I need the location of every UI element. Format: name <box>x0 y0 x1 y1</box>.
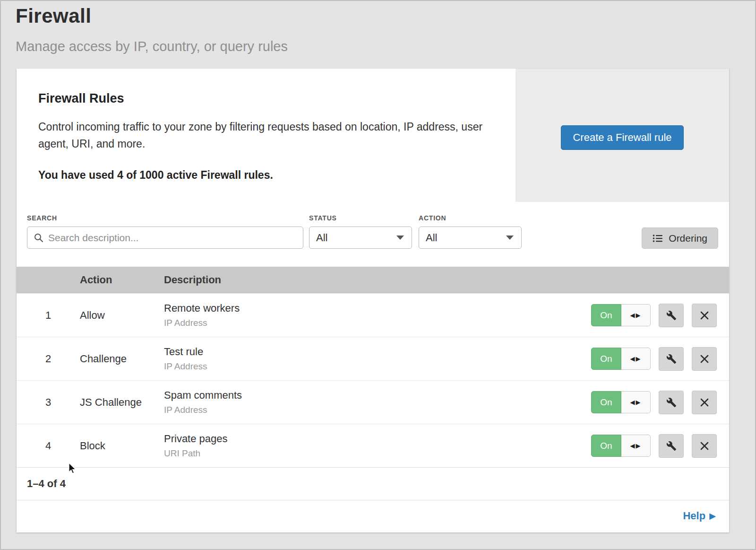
action-select[interactable]: All <box>419 227 522 249</box>
rule-toggle: On ◀▶ <box>591 435 651 457</box>
toggle-arrows-icon[interactable]: ◀▶ <box>621 348 651 370</box>
toggle-arrows-icon[interactable]: ◀▶ <box>621 391 651 413</box>
edit-rule-button[interactable] <box>659 304 684 327</box>
action-selected-value: All <box>426 232 437 244</box>
page-header: Firewall Manage access by IP, country, o… <box>1 1 755 54</box>
search-icon <box>34 233 44 243</box>
pagination-summary: 1–4 of 4 <box>17 467 729 500</box>
header-action: Action <box>80 274 164 286</box>
section-heading: Firewall Rules <box>38 91 487 106</box>
rule-controls: On ◀▶ <box>587 347 729 371</box>
close-icon <box>700 354 709 364</box>
status-label: STATUS <box>309 214 412 222</box>
wrench-icon <box>666 354 677 364</box>
rule-action: Allow <box>80 309 164 322</box>
create-firewall-rule-button[interactable]: Create a Firewall rule <box>561 125 683 150</box>
edit-rule-button[interactable] <box>659 391 684 414</box>
table-row: 3 JS Challenge Spam comments IP Address … <box>17 380 729 424</box>
close-icon <box>700 398 709 407</box>
close-icon <box>700 311 709 320</box>
status-filter-group: STATUS All <box>309 214 412 249</box>
usage-summary: You have used 4 of 1000 active Firewall … <box>38 169 487 182</box>
chevron-down-icon <box>396 236 404 240</box>
rule-match-type: URI Path <box>164 448 587 459</box>
status-selected-value: All <box>316 232 327 244</box>
close-icon <box>700 441 709 451</box>
rule-action: Challenge <box>80 353 164 365</box>
rule-priority: 1 <box>17 309 80 322</box>
toggle-on-button[interactable]: On <box>591 304 621 326</box>
rule-action: Block <box>80 440 164 452</box>
rule-description: Spam comments <box>164 389 587 402</box>
delete-rule-button[interactable] <box>692 391 717 414</box>
rule-priority: 2 <box>17 353 80 365</box>
help-row: Help ▶ <box>17 500 729 533</box>
delete-rule-button[interactable] <box>692 434 717 458</box>
hero-text: Firewall Rules Control incoming traffic … <box>17 69 515 202</box>
rule-toggle: On ◀▶ <box>591 391 651 413</box>
rule-description-cell: Remote workers IP Address <box>164 302 587 328</box>
ordering-button[interactable]: Ordering <box>642 227 718 249</box>
table-row: 2 Challenge Test rule IP Address On ◀▶ <box>17 337 729 380</box>
help-arrow-icon: ▶ <box>709 511 716 521</box>
section-description: Control incoming traffic to your zone by… <box>38 118 487 153</box>
rule-toggle: On ◀▶ <box>591 348 651 370</box>
wrench-icon <box>666 310 677 321</box>
action-filter-group: ACTION All <box>419 214 522 249</box>
wrench-icon <box>666 441 677 451</box>
rule-controls: On ◀▶ <box>587 304 729 327</box>
rule-priority: 3 <box>17 396 80 409</box>
ordering-list-icon <box>653 234 663 243</box>
wrench-icon <box>666 397 677 408</box>
hero-action-panel: Create a Firewall rule <box>515 69 729 202</box>
rule-priority: 4 <box>17 440 80 452</box>
rule-controls: On ◀▶ <box>587 391 729 414</box>
page-subtitle: Manage access by IP, country, or query r… <box>16 39 755 54</box>
firewall-rules-card: Firewall Rules Control incoming traffic … <box>17 69 729 533</box>
rule-action: JS Challenge <box>80 396 164 409</box>
toggle-on-button[interactable]: On <box>591 348 621 370</box>
edit-rule-button[interactable] <box>659 434 684 458</box>
rule-description: Test rule <box>164 346 587 358</box>
firewall-page: Firewall Manage access by IP, country, o… <box>0 0 756 550</box>
rule-description-cell: Spam comments IP Address <box>164 389 587 415</box>
page-title: Firewall <box>16 5 755 27</box>
table-header-row: Action Description <box>17 267 729 293</box>
delete-rule-button[interactable] <box>692 347 717 371</box>
rule-description: Remote workers <box>164 302 587 314</box>
search-field-wrapper <box>27 227 303 249</box>
delete-rule-button[interactable] <box>692 304 717 327</box>
ordering-button-label: Ordering <box>669 233 707 244</box>
edit-rule-button[interactable] <box>659 347 684 371</box>
rule-description-cell: Private pages URI Path <box>164 433 587 459</box>
help-link[interactable]: Help <box>683 510 705 522</box>
rule-toggle: On ◀▶ <box>591 304 651 326</box>
rule-description-cell: Test rule IP Address <box>164 346 587 372</box>
search-label: SEARCH <box>27 214 303 222</box>
rule-description: Private pages <box>164 433 587 445</box>
rule-match-type: IP Address <box>164 361 587 372</box>
filter-bar: SEARCH STATUS All ACTION <box>17 202 729 267</box>
header-description: Description <box>164 274 587 286</box>
table-row: 1 Allow Remote workers IP Address On ◀▶ <box>17 293 729 337</box>
toggle-arrows-icon[interactable]: ◀▶ <box>621 304 651 326</box>
search-filter-group: SEARCH <box>27 214 303 249</box>
toggle-on-button[interactable]: On <box>591 435 621 457</box>
toggle-on-button[interactable]: On <box>591 391 621 413</box>
chevron-down-icon <box>506 236 514 240</box>
toggle-arrows-icon[interactable]: ◀▶ <box>621 435 651 457</box>
action-label: ACTION <box>419 214 522 222</box>
rule-match-type: IP Address <box>164 318 587 328</box>
hero-section: Firewall Rules Control incoming traffic … <box>17 69 729 202</box>
rule-controls: On ◀▶ <box>587 434 729 458</box>
rule-match-type: IP Address <box>164 405 587 415</box>
table-row: 4 Block Private pages URI Path On ◀▶ <box>17 424 729 467</box>
status-select[interactable]: All <box>309 227 412 249</box>
search-input[interactable] <box>27 227 303 249</box>
